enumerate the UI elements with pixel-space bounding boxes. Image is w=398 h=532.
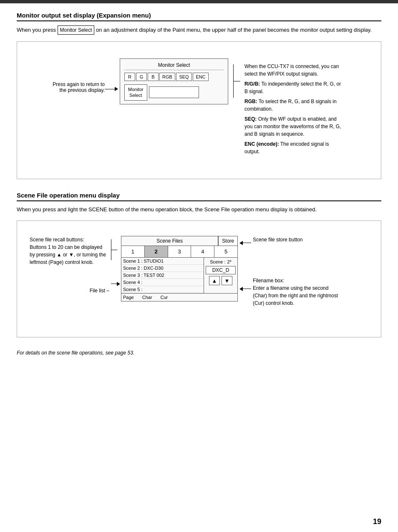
- scene-bracket-area: [111, 239, 120, 286]
- scene-up-btn[interactable]: ▲: [209, 276, 220, 285]
- monitor-arrow: [105, 58, 118, 91]
- scene-filename-box[interactable]: DXC_D: [206, 266, 236, 274]
- monitor-btn-rgb[interactable]: RGB: [159, 73, 175, 81]
- scene-filelist-arrow: [111, 282, 120, 286]
- scene-panel-box: Scene Files Store 1 2 3 4 5: [121, 236, 238, 301]
- scene-filelist-label: File list –: [30, 287, 111, 294]
- monitor-bracket: [230, 58, 240, 98]
- scene-right-notes: Scene file store button Filename box:Ent…: [253, 236, 340, 307]
- scene-filename-arrowhead: [239, 287, 243, 291]
- scene-list-left: Scene 1 : STUDIO1 Scene 2 : DXC-D30 Scen…: [121, 258, 204, 293]
- monitor-right-notes: When the CCU-TX7 is connected, you can s…: [244, 63, 345, 158]
- scene-store-arrow-row: [239, 241, 251, 245]
- monitor-buttons-row: R G B RGB SEQ ENC: [124, 73, 224, 81]
- scene-desc: When you press and light the SCENE butto…: [17, 205, 381, 214]
- monitor-desc: When you press Monitor Select on an adju…: [17, 25, 381, 35]
- scene-num-5[interactable]: 5: [214, 246, 237, 257]
- scene-down-btn[interactable]: ▼: [222, 276, 232, 285]
- scene-value: 2*: [227, 259, 231, 264]
- scene-list-item-1: Scene 1 : STUDIO1: [121, 258, 204, 265]
- scene-num-4[interactable]: 4: [191, 246, 214, 257]
- scene-list-area: Scene 1 : STUDIO1 Scene 2 : DXC-D30 Scen…: [121, 258, 237, 294]
- scene-store-btn[interactable]: Store: [218, 236, 237, 246]
- monitor-panel: Monitor Select R G B RGB SEQ ENC Monitor: [120, 58, 228, 104]
- scene-bottom-row: Page Char Cur: [121, 294, 237, 301]
- monitor-select-display: [149, 86, 199, 98]
- scene-footer: For details on the scene file operations…: [17, 350, 381, 356]
- monitor-desc-after: on an adjustment display of the Paint me…: [96, 27, 372, 33]
- monitor-desc-before: When you press: [17, 27, 58, 33]
- monitor-note-0: When the CCU-TX7 is connected, you can s…: [244, 63, 345, 78]
- monitor-select-row: Monitor Select: [124, 84, 224, 101]
- scene-nav-row: ▲ ▼: [209, 276, 232, 285]
- monitor-left-label: Press again to return to the previous di…: [30, 58, 105, 93]
- monitor-heading: Monitor output set display (Expansion me…: [17, 12, 381, 21]
- monitor-btn-b[interactable]: B: [148, 73, 159, 81]
- scene-num-3[interactable]: 3: [168, 246, 191, 257]
- monitor-note-1: R/G/B: To independently select the R, G,…: [244, 80, 345, 95]
- scene-diagram-box: Scene file recall buttons: Buttons 1 to …: [17, 220, 381, 337]
- monitor-btn-r[interactable]: R: [124, 73, 135, 81]
- scene-list-item-3: Scene 3 : TEST 002: [121, 272, 204, 279]
- scene-recall-label: Scene file recall buttons: Buttons 1 to …: [30, 236, 111, 266]
- scene-store-note: Scene file store button: [253, 236, 340, 243]
- page-number: 19: [373, 517, 381, 526]
- scene-list-item-4: Scene 4 :: [121, 279, 204, 286]
- scene-left-labels: Scene file recall buttons: Buttons 1 to …: [30, 236, 111, 294]
- scene-bottom-char: Char: [142, 295, 152, 300]
- monitor-panel-title: Monitor Select: [124, 62, 224, 70]
- monitor-note-2: RGB: To select the R, G, and B signals i…: [244, 98, 345, 113]
- scene-list-item-2: Scene 2 : DXC-D30: [121, 265, 204, 272]
- monitor-arrow-line: [105, 89, 115, 89]
- scene-bottom-page: Page: [123, 295, 134, 300]
- scene-panel: Scene Files Store 1 2 3 4 5: [121, 236, 238, 301]
- scene-recall-bracket: [111, 239, 120, 260]
- scene-list-item-5: Scene 5 :: [121, 286, 204, 293]
- scene-fla-head: [117, 282, 120, 286]
- monitor-btn-seq[interactable]: SEQ: [176, 73, 192, 81]
- scene-bottom-cur: Cur: [161, 295, 168, 300]
- monitor-bracket-h: [234, 81, 240, 81]
- top-bar: [0, 0, 398, 3]
- scene-store-arrow-line: [243, 243, 251, 243]
- scene-num-2[interactable]: 2: [145, 246, 168, 257]
- monitor-panel-box: Monitor Select R G B RGB SEQ ENC Monitor: [120, 58, 228, 104]
- scene-heading: Scene File operation menu display: [17, 192, 381, 201]
- scene-label-row: Scene : 2*: [210, 259, 232, 264]
- monitor-select-btn[interactable]: Monitor Select: [124, 84, 147, 101]
- monitor-select-inline-label: Monitor Select: [58, 25, 95, 35]
- scene-list-right: Scene : 2* DXC_D ▲ ▼: [204, 258, 237, 293]
- monitor-note-3: SEQ: Only the WF output is enabled, and …: [244, 115, 345, 138]
- scene-label: Scene :: [210, 259, 225, 264]
- monitor-arrowhead: [115, 87, 118, 91]
- monitor-btn-enc[interactable]: ENC: [193, 73, 209, 81]
- scene-number-row: 1 2 3 4 5: [121, 246, 237, 258]
- scene-fla-line: [111, 284, 117, 284]
- scene-store-arrowhead: [239, 241, 243, 245]
- scene-files-header: Scene Files Store: [121, 236, 237, 246]
- scene-files-title: Scene Files: [121, 236, 218, 246]
- scene-filename-arrow-row: [239, 287, 251, 291]
- scene-recall-hline: [111, 250, 117, 250]
- monitor-note-4: ENC (encode): The encoded signal is outp…: [244, 140, 345, 155]
- scene-right-area: [239, 236, 251, 291]
- scene-gap: [111, 260, 120, 273]
- scene-section: Scene File operation menu display When y…: [17, 192, 381, 356]
- scene-filename-note: Filename box:Enter a filename using the …: [253, 277, 340, 307]
- monitor-section: Monitor output set display (Expansion me…: [17, 12, 381, 179]
- scene-diagram-inner: Scene file recall buttons: Buttons 1 to …: [25, 229, 373, 311]
- scene-filename-arrow-line: [243, 289, 251, 289]
- page-content: Monitor output set display (Expansion me…: [0, 3, 398, 372]
- scene-num-1[interactable]: 1: [121, 246, 145, 257]
- monitor-diagram-box: Press again to return to the previous di…: [17, 41, 381, 179]
- monitor-btn-g[interactable]: G: [136, 73, 147, 81]
